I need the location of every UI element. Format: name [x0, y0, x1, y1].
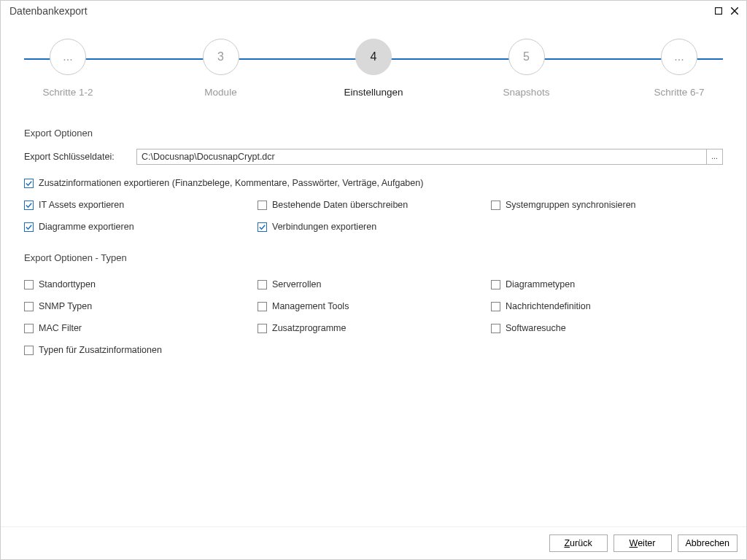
close-icon[interactable]	[729, 5, 740, 17]
checkbox-systemgruppen[interactable]: Systemgruppen synchronisieren	[491, 200, 724, 210]
section-export-typen: Export Optionen - Typen	[24, 252, 723, 263]
checkbox-it-assets[interactable]: IT Assets exportieren	[24, 200, 258, 210]
svg-rect-0	[716, 8, 722, 15]
step-module[interactable]: 3 Module	[177, 39, 265, 98]
section-export-optionen: Export Optionen	[24, 128, 723, 139]
checkbox-diagramme[interactable]: Diagramme exportieren	[24, 222, 258, 232]
checkbox-management-tools[interactable]: Management Tools	[258, 301, 491, 311]
checkbox-zusatzinformationen[interactable]: Zusatzinformationen exportieren (Finanzb…	[24, 178, 724, 188]
keyfile-input[interactable]	[136, 149, 707, 165]
cancel-button[interactable]: Abbrechen	[678, 534, 738, 552]
checkbox-softwaresuche[interactable]: Softwaresuche	[491, 323, 724, 333]
step-einstellungen[interactable]: 4 Einstellungen	[330, 39, 417, 98]
checkbox-nachrichtendefinition[interactable]: Nachrichtendefinition	[491, 301, 724, 311]
step-snapshots[interactable]: 5 Snapshots	[483, 39, 570, 98]
checkbox-bestehende-daten[interactable]: Bestehende Daten überschreiben	[258, 200, 491, 210]
window-title: Datenbankexport	[7, 5, 708, 17]
step-6-7[interactable]: ... Schritte 6-7	[635, 39, 723, 98]
checkbox-diagrammetypen[interactable]: Diagrammetypen	[491, 279, 724, 289]
keyfile-label: Export Schlüsseldatei:	[24, 152, 136, 162]
wizard-stepper: ... Schritte 1-2 3 Module 4 Einstellunge…	[24, 39, 723, 112]
checkbox-standorttypen[interactable]: Standorttypen	[24, 279, 258, 289]
checkbox-serverrollen[interactable]: Serverrollen	[258, 279, 491, 289]
next-button[interactable]: Weiter	[614, 534, 672, 552]
checkbox-verbindungen[interactable]: Verbindungen exportieren	[258, 222, 491, 232]
checkbox-mac-filter[interactable]: MAC Filter	[24, 323, 258, 333]
checkbox-snmp-typen[interactable]: SNMP Typen	[24, 301, 258, 311]
maximize-icon[interactable]	[713, 5, 724, 17]
step-1-2[interactable]: ... Schritte 1-2	[24, 39, 112, 98]
keyfile-browse-button[interactable]: ...	[707, 149, 723, 165]
checkbox-zusatzinfo-typen[interactable]: Typen für Zusatzinformationen	[24, 345, 258, 355]
checkbox-zusatzprogramme[interactable]: Zusatzprogramme	[258, 323, 491, 333]
back-button[interactable]: Zurück	[549, 534, 608, 552]
